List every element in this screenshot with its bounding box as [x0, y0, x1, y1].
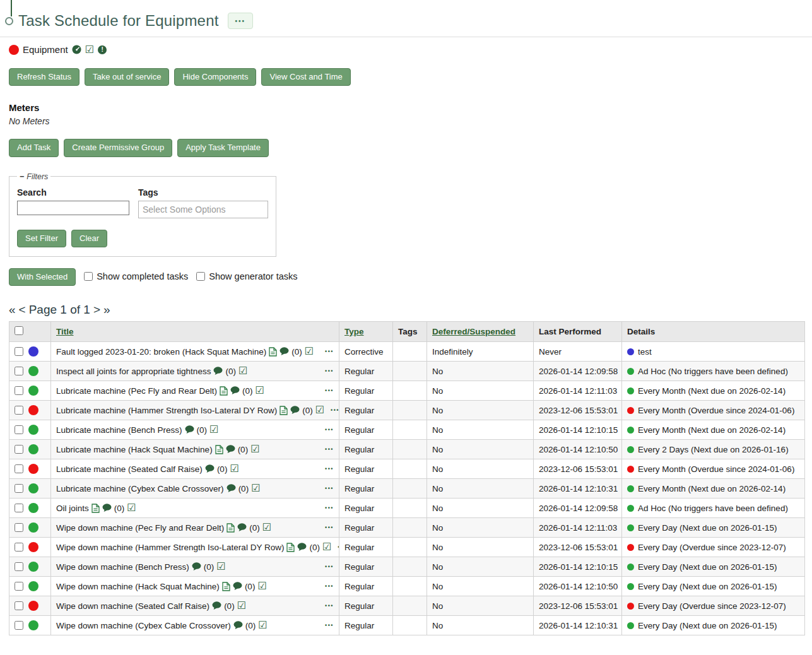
- page-header: Task Schedule for Equipment •••: [9, 10, 803, 32]
- row-more-button[interactable]: •••: [321, 387, 334, 394]
- create-permissive-group-button[interactable]: Create Permissive Group: [64, 139, 172, 156]
- comment-icon[interactable]: [237, 523, 247, 532]
- comment-icon[interactable]: [185, 425, 194, 434]
- search-input[interactable]: [17, 201, 129, 215]
- collapse-icon[interactable]: −: [20, 172, 24, 181]
- row-checkbox[interactable]: [15, 601, 23, 610]
- comment-icon[interactable]: [102, 504, 112, 512]
- set-filter-button[interactable]: Set Filter: [17, 230, 66, 247]
- show-generator-tasks-checkbox[interactable]: [196, 272, 205, 281]
- document-icon[interactable]: [215, 445, 223, 454]
- complete-task-icon[interactable]: ☑: [127, 503, 136, 513]
- ellipsis-icon: •••: [235, 18, 246, 25]
- complete-task-icon[interactable]: ☑: [251, 483, 260, 493]
- row-checkbox[interactable]: [15, 523, 23, 532]
- filters-legend[interactable]: − Filters: [17, 172, 50, 181]
- row-more-button[interactable]: •••: [321, 564, 334, 570]
- row-more-button[interactable]: •••: [321, 505, 334, 511]
- document-icon[interactable]: [286, 543, 295, 552]
- comment-icon[interactable]: [279, 347, 289, 356]
- complete-task-icon[interactable]: ☑: [315, 405, 324, 415]
- comment-icon[interactable]: [233, 621, 243, 630]
- row-checkbox[interactable]: [15, 367, 23, 375]
- comment-icon[interactable]: [227, 484, 236, 493]
- complete-task-icon[interactable]: ☑: [305, 346, 314, 357]
- row-more-button[interactable]: •••: [321, 348, 334, 355]
- row-more-button[interactable]: •••: [321, 427, 334, 433]
- document-icon[interactable]: [222, 582, 230, 591]
- equipment-label: Equipment: [23, 44, 68, 55]
- row-checkbox[interactable]: [15, 562, 23, 571]
- row-checkbox[interactable]: [15, 445, 23, 454]
- row-more-button[interactable]: •••: [321, 485, 334, 492]
- add-task-button[interactable]: Add Task: [9, 139, 59, 156]
- document-icon[interactable]: [269, 347, 277, 357]
- comment-icon[interactable]: [212, 601, 221, 610]
- row-more-button[interactable]: •••: [321, 368, 334, 374]
- complete-all-icon[interactable]: ☑: [85, 45, 94, 55]
- meter-gauge-icon[interactable]: [72, 45, 81, 54]
- document-icon[interactable]: [91, 504, 100, 513]
- row-more-button[interactable]: •••: [321, 622, 334, 628]
- row-more-button[interactable]: •••: [321, 524, 334, 531]
- hide-components-button[interactable]: Hide Components: [174, 68, 256, 86]
- task-details-cell: Every 2 Days (Next due on 2026-01-16): [622, 440, 805, 459]
- row-more-button[interactable]: •••: [321, 466, 334, 472]
- complete-task-icon[interactable]: ☑: [322, 542, 331, 552]
- more-options-button[interactable]: •••: [228, 13, 254, 28]
- show-completed-tasks-checkbox[interactable]: [84, 272, 93, 281]
- column-header-select: [9, 322, 51, 342]
- row-checkbox[interactable]: [15, 543, 23, 552]
- row-more-button[interactable]: •••: [321, 603, 334, 609]
- first-page-button[interactable]: «: [9, 303, 16, 317]
- task-last-performed-cell: 2023-12-06 15:53:01: [534, 596, 622, 616]
- complete-task-icon[interactable]: ☑: [238, 366, 247, 376]
- apply-task-template-button[interactable]: Apply Task Template: [177, 139, 269, 156]
- document-icon[interactable]: [220, 386, 228, 396]
- take-out-of-service-button[interactable]: Take out of service: [85, 68, 169, 86]
- comment-icon[interactable]: [213, 367, 223, 375]
- row-more-button[interactable]: •••: [321, 583, 334, 589]
- complete-task-icon[interactable]: ☑: [258, 620, 267, 630]
- complete-task-icon[interactable]: ☑: [256, 386, 264, 396]
- comment-icon[interactable]: [192, 562, 201, 571]
- row-checkbox[interactable]: [15, 621, 23, 630]
- row-more-button[interactable]: •••: [334, 544, 339, 550]
- row-checkbox[interactable]: [15, 386, 23, 395]
- view-cost-and-time-button[interactable]: View Cost and Time: [261, 68, 350, 86]
- complete-task-icon[interactable]: ☑: [209, 425, 218, 435]
- comment-icon[interactable]: [233, 582, 242, 591]
- row-checkbox[interactable]: [15, 347, 23, 356]
- row-checkbox[interactable]: [15, 425, 23, 434]
- complete-task-icon[interactable]: ☑: [230, 464, 238, 474]
- row-checkbox[interactable]: [15, 484, 23, 493]
- with-selected-button[interactable]: With Selected: [9, 268, 76, 286]
- row-checkbox[interactable]: [15, 504, 23, 512]
- next-page-button[interactable]: >: [93, 303, 100, 317]
- select-all-checkbox[interactable]: [15, 326, 23, 335]
- comment-icon[interactable]: [205, 464, 215, 473]
- row-checkbox[interactable]: [15, 464, 23, 473]
- tags-select[interactable]: [138, 201, 268, 218]
- previous-page-button[interactable]: <: [19, 303, 26, 317]
- complete-task-icon[interactable]: ☑: [257, 581, 266, 591]
- alert-info-icon[interactable]: !: [98, 45, 107, 54]
- clear-filter-button[interactable]: Clear: [71, 230, 107, 247]
- row-checkbox[interactable]: [15, 582, 23, 591]
- row-more-button[interactable]: •••: [327, 407, 339, 413]
- last-page-button[interactable]: »: [103, 303, 110, 317]
- refresh-status-button[interactable]: Refresh Status: [9, 68, 79, 86]
- document-icon[interactable]: [279, 406, 288, 415]
- comment-icon[interactable]: [297, 543, 307, 552]
- complete-task-icon[interactable]: ☑: [237, 601, 246, 611]
- comment-icon[interactable]: [290, 406, 300, 415]
- row-checkbox[interactable]: [15, 406, 23, 415]
- comment-icon[interactable]: [230, 386, 240, 395]
- task-tags-cell: [393, 499, 427, 518]
- row-more-button[interactable]: •••: [321, 446, 334, 452]
- complete-task-icon[interactable]: ☑: [216, 562, 225, 572]
- document-icon[interactable]: [227, 523, 235, 533]
- complete-task-icon[interactable]: ☑: [250, 444, 259, 454]
- complete-task-icon[interactable]: ☑: [262, 522, 271, 533]
- comment-icon[interactable]: [226, 445, 235, 454]
